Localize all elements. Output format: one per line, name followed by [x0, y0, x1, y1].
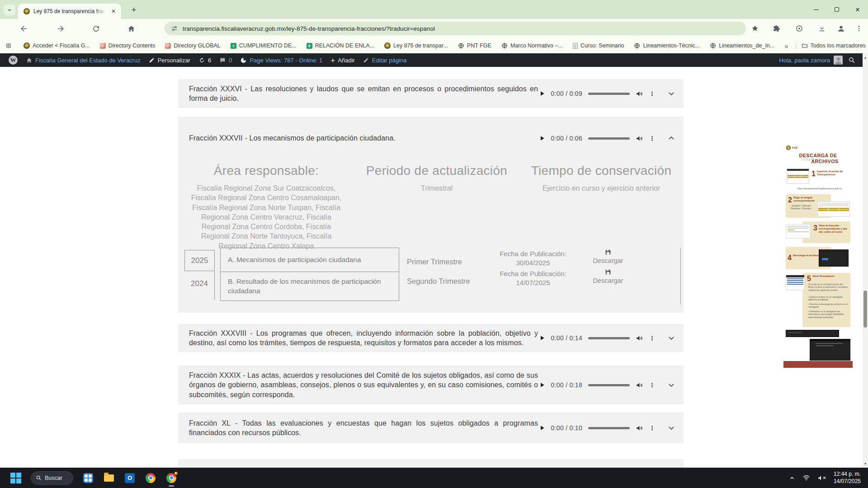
customize-link[interactable]: Personalizar [145, 53, 194, 67]
chevron-up-icon[interactable] [667, 134, 675, 142]
tray-chevron-up-icon[interactable] [789, 475, 795, 481]
forward-icon[interactable] [55, 23, 66, 34]
bookmark-item[interactable]: Lineamientos_de_In... [710, 42, 774, 49]
tab-strip: Ley 875 de transparencia fracci ✕ + ✕ [0, 0, 868, 19]
download-label[interactable]: Descargar [589, 277, 627, 284]
chevron-down-icon[interactable] [667, 381, 675, 389]
year-tab-2025[interactable]: 2025 [184, 250, 214, 271]
admin-search-icon[interactable] [848, 56, 855, 64]
store-icon[interactable] [82, 472, 94, 484]
extensions-puzzle-icon[interactable] [771, 23, 782, 34]
extension-badge-icon[interactable] [794, 23, 805, 34]
site-info-icon[interactable] [171, 25, 178, 32]
start-button-icon[interactable] [10, 472, 22, 484]
scroll-up-arrow[interactable]: ▲ [863, 54, 868, 61]
audio-progress-bar[interactable] [588, 93, 630, 95]
player-menu-kebab-icon[interactable] [649, 425, 655, 432]
year-tab-2024[interactable]: 2024 [184, 271, 214, 296]
bookmark-item[interactable]: CUMPLIMIENTO DE... [231, 42, 297, 49]
player-menu-kebab-icon[interactable] [649, 382, 655, 389]
bookmark-star-icon[interactable] [750, 23, 760, 34]
taskbar-clock[interactable]: 12:44 p. m. 14/07/2025 [834, 471, 861, 485]
download-block[interactable]: Descargar [589, 249, 627, 264]
back-icon[interactable] [18, 23, 29, 34]
audio-progress-bar[interactable] [588, 384, 630, 386]
player-menu-kebab-icon[interactable] [649, 335, 655, 342]
volume-muted-icon[interactable]: ✕ [817, 474, 826, 482]
save-disk-icon[interactable] [604, 268, 612, 276]
site-name-link[interactable]: Fiscalía General del Estado de Veracruz [22, 53, 145, 67]
account-greeting[interactable]: Hola, paola zamora [779, 57, 830, 64]
volume-icon[interactable] [636, 135, 643, 142]
edit-page-link[interactable]: Editar página [359, 53, 411, 67]
audio-progress-bar[interactable] [588, 427, 630, 429]
search-icon [36, 475, 42, 481]
outlook-icon[interactable]: O [124, 472, 136, 484]
player-menu-kebab-icon[interactable] [649, 135, 655, 142]
volume-icon[interactable] [636, 334, 643, 342]
scrollbar-thumb[interactable] [863, 291, 867, 328]
bookmark-item[interactable]: Ley 875 de transpar... [384, 42, 448, 49]
audio-player: 0:00 / 0:18 [539, 381, 675, 389]
downloads-icon[interactable] [816, 23, 827, 34]
volume-icon[interactable] [636, 424, 643, 432]
bookmark-item[interactable]: Acceder < Fiscalía G... [24, 42, 90, 49]
document-row-a[interactable]: A. Mecanismos de participación ciudadana [220, 248, 399, 272]
play-icon[interactable] [539, 135, 545, 141]
wp-logo-menu[interactable]: W [5, 53, 22, 67]
chevron-down-icon[interactable] [667, 334, 675, 342]
audio-progress-bar[interactable] [588, 337, 630, 339]
player-menu-kebab-icon[interactable] [649, 90, 655, 97]
audio-progress-bar[interactable] [588, 137, 630, 140]
play-icon[interactable] [539, 90, 545, 97]
close-button[interactable]: ✕ [847, 0, 868, 19]
play-icon[interactable] [539, 335, 545, 341]
bookmark-item[interactable]: Curso: Seminario [573, 42, 624, 49]
play-icon[interactable] [539, 382, 545, 388]
page-scrollbar[interactable]: ▲ ▼ [863, 53, 868, 468]
tab-search-button[interactable] [4, 5, 15, 15]
minimize-button[interactable] [806, 0, 826, 19]
browser-menu-kebab-icon[interactable] [854, 23, 864, 34]
url-text[interactable]: transparencia.fiscaliaveracruz.gob.mx/le… [183, 25, 435, 32]
all-bookmarks-button[interactable]: Todos los marcadores [802, 42, 866, 49]
bookmark-item[interactable]: Directory Contents [100, 42, 156, 49]
document-row-b[interactable]: B. Resultado de los mecanismos de partic… [220, 272, 399, 301]
maximize-button[interactable] [826, 0, 847, 19]
chrome-profile-icon[interactable] [165, 472, 177, 484]
chevron-down-icon[interactable] [667, 424, 675, 432]
chevron-down-icon[interactable] [667, 89, 675, 98]
infographic-title-line2: ARCHIVOS [797, 159, 853, 164]
add-new-link[interactable]: + Añadir [326, 53, 359, 67]
browser-tab[interactable]: Ley 875 de transparencia fracci ✕ [18, 4, 121, 19]
file-explorer-icon[interactable] [103, 472, 115, 484]
bookmark-item[interactable]: Marco Normativo –... [501, 42, 563, 49]
scroll-down-arrow[interactable]: ▼ [863, 460, 868, 467]
new-tab-button[interactable]: + [127, 4, 140, 16]
fraccion-header[interactable]: Fracción XXXVII - Los mecanismos de part… [178, 117, 684, 160]
play-icon[interactable] [539, 425, 545, 431]
address-bar[interactable]: transparencia.fiscaliaveracruz.gob.mx/le… [165, 22, 746, 35]
home-icon[interactable] [126, 23, 137, 34]
updates-link[interactable]: 6 [194, 53, 215, 67]
tab-close-icon[interactable]: ✕ [109, 7, 118, 15]
bookmarks-overflow-chevron[interactable]: » [784, 42, 788, 50]
bookmark-item[interactable]: PNT FGE [458, 42, 491, 49]
download-label[interactable]: Descargar [589, 257, 627, 264]
user-avatar[interactable] [834, 56, 843, 65]
apps-grid-icon[interactable] [5, 42, 12, 49]
reload-icon[interactable] [90, 23, 101, 34]
comments-link[interactable]: 0 [215, 53, 236, 67]
volume-icon[interactable] [636, 381, 643, 389]
chrome-icon[interactable] [145, 472, 156, 484]
download-block[interactable]: Descargar [589, 268, 627, 284]
bookmark-item[interactable]: Lineamientos-Técnic... [634, 42, 700, 49]
save-disk-icon[interactable] [604, 249, 612, 256]
page-views-link[interactable]: Page Views: 787 - Online: 1 [236, 53, 326, 67]
bookmark-item[interactable]: Directory GLOBAL [165, 42, 221, 49]
taskbar-search[interactable]: Buscar [31, 471, 73, 485]
profile-avatar-icon[interactable] [835, 23, 846, 34]
wifi-icon[interactable] [802, 474, 810, 482]
bookmark-item[interactable]: RELACIÓN DE ENLA... [307, 42, 374, 49]
volume-icon[interactable] [636, 90, 643, 98]
